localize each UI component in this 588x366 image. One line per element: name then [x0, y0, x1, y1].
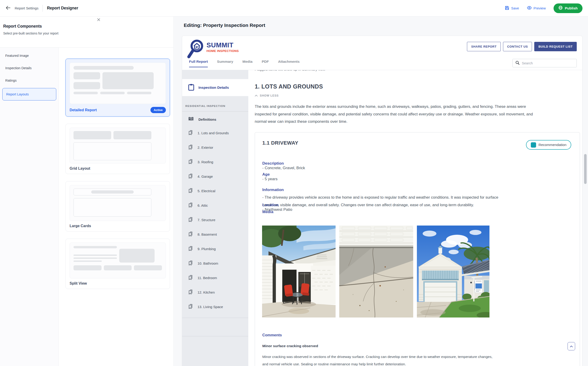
tab-media[interactable]: Media [242, 60, 252, 66]
comments-heading: Comments [262, 333, 282, 337]
editor-heading: Editing: Property Inspection Report [184, 23, 265, 28]
section-item[interactable]: 8. Basement [182, 227, 248, 242]
search-box [512, 59, 577, 67]
comment-title: Minor surface cracking observed [262, 344, 318, 348]
top-bar-left: Report Settings Report Designer [6, 5, 78, 12]
layout-card-split-view[interactable]: Split View [66, 239, 170, 289]
show-less-toggle[interactable]: SHOW LESS [255, 94, 279, 97]
report-actions: SHARE REPORT CONTACT US BUILD REQUEST LI… [467, 42, 577, 51]
clipboard-icon [188, 84, 194, 92]
layout-name: Grid Layout [70, 167, 90, 171]
tab-summary[interactable]: Summary [217, 60, 233, 66]
report-preview: SUMMIT HOME INSPECTIONS SHARE REPORT CON… [182, 36, 582, 366]
tab-pdf[interactable]: PDF [262, 60, 269, 66]
section-item-label: Definitions [198, 117, 216, 121]
layout-card-detailed-report[interactable]: Detailed Report Active [66, 59, 170, 117]
layout-name: Detailed Report [70, 108, 97, 112]
layout-card-grid-layout[interactable]: Grid Layout [66, 124, 170, 174]
panel-subtitle: Select pre-built sections for your repor… [3, 31, 173, 35]
section-item-label: 11. Bedroom [198, 276, 217, 280]
section-item[interactable]: 13. Living Space [182, 300, 248, 314]
report-tabs: Full Report Summary Media PDF Attachment… [189, 60, 300, 66]
contact-us-button[interactable]: CONTACT US [503, 42, 532, 51]
section-item[interactable]: 10. Bathroom [182, 256, 248, 271]
layout-preview [70, 243, 166, 278]
breadcrumb[interactable]: Report Settings [15, 6, 38, 10]
layout-name: Large Cards [70, 224, 91, 228]
arrow-left-icon [6, 6, 11, 11]
tab-full-report[interactable]: Full Report [189, 60, 208, 66]
bookmark-icon [188, 159, 193, 165]
section-item-definitions[interactable]: Definitions [182, 113, 248, 126]
editor-area: Editing: Property Inspection Report S [174, 16, 588, 366]
brand-text: SUMMIT HOME INSPECTIONS [206, 39, 239, 53]
report-designer-app: Report Settings Report Designer Save Pre… [0, 0, 588, 366]
media-photo-patio[interactable] [262, 226, 336, 318]
section-item[interactable]: 6. Attic [182, 198, 248, 213]
brand-logo: SUMMIT HOME INSPECTIONS [187, 39, 239, 61]
section-item-label: 1. Lots and Grounds [198, 131, 229, 135]
inspection-item-card: 1.1 DRIVEWAY Recommendation Description … [255, 132, 580, 366]
publish-button[interactable]: Publish [554, 3, 582, 13]
section-item-label: 2. Exterior [198, 145, 213, 149]
chevron-up-icon [255, 94, 258, 97]
layout-card-large-cards[interactable]: Large Cards [66, 181, 170, 231]
recommendation-label: Recommendation [539, 143, 566, 147]
section-item-label: 4. Garage [198, 175, 213, 178]
share-report-button[interactable]: SHARE REPORT [467, 42, 501, 51]
comment-body: Minor cracking was observed in sections … [262, 353, 570, 366]
save-button[interactable]: Save [505, 6, 519, 11]
section-item[interactable]: 12. Kitchen [182, 285, 248, 300]
bookmark-icon [188, 130, 193, 136]
nav-item-featured-image[interactable]: Featured Image [2, 51, 56, 61]
tab-attachments[interactable]: Attachments [278, 60, 300, 66]
save-label: Save [511, 6, 519, 10]
section-item[interactable]: 5. Electrical [182, 184, 248, 198]
divider [182, 318, 248, 318]
section-item-label: 10. Bathroom [198, 261, 218, 265]
section-item[interactable]: 4. Garage [182, 169, 248, 184]
close-icon [97, 19, 100, 22]
section-item-label: 6. Attic [198, 204, 208, 207]
field-label: Location [262, 203, 279, 207]
recommendation-badge[interactable]: Recommendation [526, 140, 571, 150]
build-request-list-button[interactable]: BUILD REQUEST LIST [534, 42, 577, 51]
section-item-label: 5. Electrical [198, 189, 215, 193]
section-item[interactable]: 7. Structure [182, 213, 248, 227]
section-item[interactable]: 11. Bedroom [182, 271, 248, 285]
bookmark-icon [188, 260, 193, 267]
teal-swatch-icon [531, 142, 536, 148]
nav-item-ratings[interactable]: Ratings [2, 76, 56, 85]
layout-preview [70, 185, 166, 221]
close-panel-button[interactable] [96, 17, 101, 23]
search-icon [515, 61, 520, 66]
section-item[interactable]: 2. Exterior [182, 140, 248, 155]
section-item-label: 12. Kitchen [198, 290, 215, 294]
section-item[interactable]: 1. Lots and Grounds [182, 126, 248, 140]
section-nav-inspection-details[interactable]: Inspection Details [182, 79, 248, 96]
top-bar-actions: Save Preview Publish [505, 3, 582, 13]
panel-header: Report Components Select pre-built secti… [0, 16, 173, 48]
section-nav-label: Inspection Details [198, 85, 229, 90]
collapse-comment-button[interactable] [567, 342, 575, 350]
field-label: Information [262, 188, 284, 192]
layout-preview [70, 62, 166, 104]
bookmark-icon [188, 275, 193, 281]
section-item[interactable]: 9. Plumbing [182, 242, 248, 256]
section-item[interactable]: 3. Roofing [182, 155, 248, 169]
nav-item-report-layouts[interactable]: Report Layouts [2, 88, 56, 100]
search-input[interactable] [522, 61, 574, 65]
field-label: Description [262, 161, 284, 166]
section-group-label: RESIDENTIAL INSPECTION [185, 105, 225, 107]
media-photo-house-exterior[interactable] [417, 226, 489, 318]
section-item-label: 7. Structure [198, 218, 215, 222]
preview-button[interactable]: Preview [527, 6, 546, 10]
page-title: Report Designer [47, 6, 78, 11]
media-photo-driveway-crack[interactable] [339, 226, 413, 318]
show-less-label: SHOW LESS [260, 94, 279, 97]
back-button[interactable] [6, 6, 11, 11]
scrollbar-thumb[interactable] [584, 154, 587, 184]
nav-item-inspection-details[interactable]: Inspection Details [2, 63, 56, 73]
floppy-disk-icon [505, 6, 509, 11]
globe-icon [558, 6, 563, 11]
